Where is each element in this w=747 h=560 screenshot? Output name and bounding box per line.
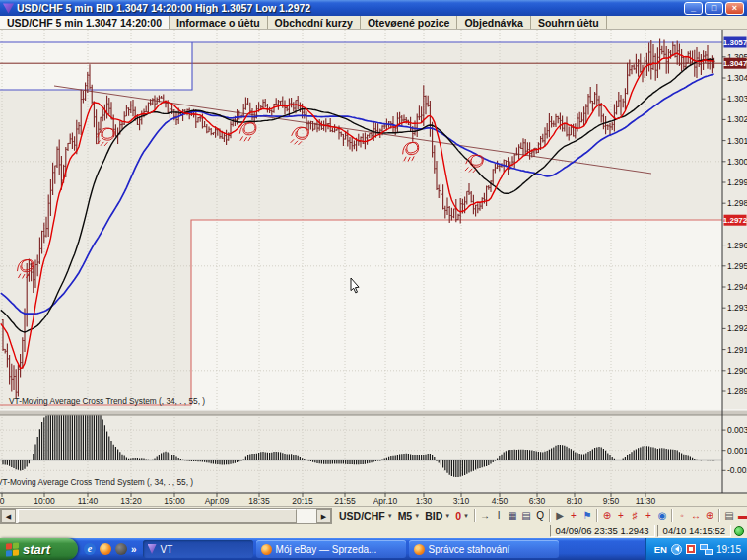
minimize-button[interactable]: _ <box>684 2 703 15</box>
quick-launch-overflow[interactable]: » <box>131 544 137 555</box>
firefox-icon[interactable] <box>100 543 111 555</box>
svg-text:1.3020: 1.3020 <box>727 114 747 124</box>
chevron-down-icon: ▼ <box>387 513 393 519</box>
menu-tab-souhrn-tu[interactable]: Souhrn úètu <box>531 16 607 29</box>
system-tray: EN 19:15 <box>645 538 747 560</box>
price-type-dropdown-label: BID <box>425 510 442 522</box>
internet-explorer-icon[interactable]: e <box>84 543 96 555</box>
start-button-label: start <box>23 542 50 557</box>
start-button[interactable]: start <box>0 538 78 560</box>
scrollbar-thumb[interactable] <box>18 509 297 523</box>
connection-status-icon <box>734 526 744 536</box>
taskbar-button-label: VT <box>161 544 173 555</box>
toolbar-separator <box>549 509 551 522</box>
quote-board-icon[interactable]: Q <box>533 508 547 523</box>
svg-text:1.2910: 1.2910 <box>727 345 747 355</box>
taskbar-button-vt[interactable]: VT <box>143 540 253 558</box>
windows-logo-icon <box>6 542 19 556</box>
menu-tab-informace-o-tu[interactable]: Informace o úètu <box>170 16 268 29</box>
text-cursor-icon[interactable]: I <box>492 508 506 523</box>
svg-text:Apr.10: Apr.10 <box>374 496 398 506</box>
toolbar-icon-groups: →I▦▤Q▶+⚑⊕+♯+◉◦↔⊕▤▬ <box>472 508 747 523</box>
price-chart[interactable]: 1.30501.30401.30301.30201.30101.30001.29… <box>0 0 747 560</box>
taskbar-button-2[interactable]: Správce stahování <box>409 540 559 558</box>
bottom-toolbar-row: ◀ ▶ USD/CHF▼ M5▼ BID▼ 0▼ →I▦▤Q▶+⚑⊕+♯+◉◦↔… <box>0 506 747 524</box>
menu-tab-chart[interactable]: USD/CHF 5 min 1.3047 14:20:00 <box>0 16 170 29</box>
fib-tool-icon[interactable]: ♯ <box>628 508 642 523</box>
dot-tool-icon[interactable]: ◦ <box>675 508 689 523</box>
toolbar-separator <box>671 509 673 522</box>
quick-launch: e» <box>78 543 143 555</box>
svg-text:1.2900: 1.2900 <box>727 366 747 376</box>
desktop: 1.30501.30401.30301.30201.30101.30001.29… <box>0 0 747 560</box>
plus-tool-icon[interactable]: + <box>642 508 655 523</box>
hide-icons-chevron-icon[interactable] <box>671 544 682 555</box>
menu-tab-objedn-vka[interactable]: Objednávka <box>457 16 531 29</box>
svg-text:1.2980: 1.2980 <box>727 198 747 208</box>
close-button[interactable]: × <box>725 2 744 15</box>
taskbar-button-label: Mój eBay — Sprzeda... <box>276 544 377 555</box>
title-bar[interactable]: USD/CHF 5 min BID 1.3047 14:20:00 High 1… <box>0 0 747 16</box>
svg-text:11:30: 11:30 <box>636 496 656 506</box>
taskbar-button-label: Správce stahování <box>429 544 510 555</box>
horizontal-scrollbar[interactable]: ◀ ▶ <box>0 508 332 524</box>
grid-toggle-icon[interactable]: ▦ <box>506 508 519 523</box>
svg-text:9:50: 9:50 <box>603 496 620 506</box>
security-tray-icon[interactable] <box>686 544 696 554</box>
svg-text:VT-Moving Average Cross Trend: VT-Moving Average Cross Trend System (, … <box>0 477 193 487</box>
window-controls: _□× <box>684 2 744 15</box>
network-tray-icon[interactable] <box>700 544 713 555</box>
report-icon[interactable]: ▤ <box>722 508 736 523</box>
menu-tab-obchodn-kurzy[interactable]: Obchodní kurzy <box>268 16 361 29</box>
timeframe-dropdown[interactable]: M5▼ <box>396 510 423 522</box>
svg-text:1.3057: 1.3057 <box>723 38 747 47</box>
target-tool-icon[interactable]: ⊕ <box>703 508 716 523</box>
svg-text:1.3030: 1.3030 <box>727 94 747 104</box>
taskbar-button-1[interactable]: Mój eBay — Sprzeda... <box>256 540 406 558</box>
media-player-icon[interactable] <box>115 543 127 555</box>
svg-text:4:50: 4:50 <box>492 496 509 506</box>
svg-text:11:40: 11:40 <box>78 496 99 506</box>
language-indicator[interactable]: EN <box>654 544 667 555</box>
zoom-in-icon[interactable]: ⊕ <box>600 508 614 523</box>
chevron-down-icon: ▼ <box>463 513 469 519</box>
snap-to-price-icon[interactable]: → <box>478 508 492 523</box>
firefox-icon <box>414 544 425 555</box>
svg-text:1.3000: 1.3000 <box>727 157 747 167</box>
firefox-icon <box>261 544 272 555</box>
price-type-dropdown[interactable]: BID▼ <box>423 510 452 522</box>
status-clock-cell: 04/10 14:15:52 <box>657 525 731 537</box>
chart-toolbar: USD/CHF▼ M5▼ BID▼ 0▼ →I▦▤Q▶+⚑⊕+♯+◉◦↔⊕▤▬ … <box>332 507 747 525</box>
orders-dropdown[interactable]: 0▼ <box>453 510 471 522</box>
svg-text:1.2890: 1.2890 <box>727 386 747 396</box>
chart-style-icon[interactable]: ▤ <box>519 508 533 523</box>
svg-text:1.2940: 1.2940 <box>727 282 747 292</box>
restore-button[interactable]: □ <box>705 2 723 15</box>
svg-text:1.2920: 1.2920 <box>727 323 747 333</box>
svg-text:1.2972: 1.2972 <box>723 216 747 225</box>
line-color-icon[interactable]: ▬ <box>736 508 747 523</box>
svg-text:8:10: 8:10 <box>567 496 583 506</box>
scroll-left-button[interactable]: ◀ <box>1 509 16 523</box>
window-title: USD/CHF 5 min BID 1.3047 14:20:00 High 1… <box>17 2 684 14</box>
task-buttons: VTMój eBay — Sprzeda...Správce stahování <box>143 540 562 558</box>
crosshair-tool-icon[interactable]: + <box>614 508 628 523</box>
menu-bar: USD/CHF 5 min 1.3047 14:20:00Informace o… <box>0 16 747 30</box>
taskbar: start e» VTMój eBay — Sprzeda...Správce … <box>0 538 747 560</box>
h-expand-icon[interactable]: ↔ <box>689 508 703 523</box>
globe-icon[interactable]: ◉ <box>655 508 669 523</box>
menu-tab-otev-en-pozice[interactable]: Otevøené pozice <box>361 16 457 29</box>
svg-text:-0.0010: -0.0010 <box>727 465 747 475</box>
chevron-down-icon: ▼ <box>414 513 420 519</box>
pointer-tool-icon[interactable]: ▶ <box>553 508 567 523</box>
symbol-dropdown[interactable]: USD/CHF▼ <box>337 510 395 522</box>
svg-text:1.2960: 1.2960 <box>727 241 747 250</box>
status-bar: 04/09/06 23:35 1.2943 04/10 14:15:52 <box>0 524 747 538</box>
scroll-right-button[interactable]: ▶ <box>316 509 331 523</box>
vt-app-icon <box>148 544 157 554</box>
svg-text:15:00: 15:00 <box>164 496 185 506</box>
flag-tool-icon[interactable]: ⚑ <box>580 508 594 523</box>
status-history-cell: 04/09/06 23:35 1.2943 <box>550 525 655 537</box>
pencil-tool-icon[interactable]: + <box>567 508 580 523</box>
svg-text:VT-Moving Average Cross Trend: VT-Moving Average Cross Trend System (, … <box>9 396 205 406</box>
